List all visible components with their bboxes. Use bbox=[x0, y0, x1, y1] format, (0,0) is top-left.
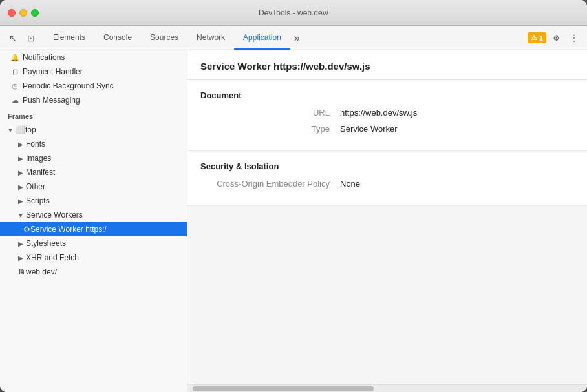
sidebar-item-notifications[interactable]: 🔔 Notifications bbox=[0, 50, 187, 65]
tree-item-service-workers[interactable]: ▼ Service Workers bbox=[0, 208, 187, 222]
overflow-icon: » bbox=[294, 32, 300, 44]
close-button[interactable] bbox=[8, 9, 16, 17]
layers-icon: ⊡ bbox=[27, 33, 35, 43]
window-title: DevTools - web.dev/ bbox=[259, 8, 328, 17]
type-row: Type Service Worker bbox=[200, 124, 574, 134]
tree-item-manifest[interactable]: ▶ Manifest bbox=[0, 165, 187, 180]
arrow-right-icon: ▶ bbox=[16, 153, 26, 163]
coep-value: None bbox=[340, 179, 360, 189]
clock-icon: ◷ bbox=[10, 82, 19, 90]
gear-icon: ⚙ bbox=[553, 34, 560, 43]
arrow-right-icon: ▶ bbox=[16, 238, 26, 249]
tree-item-webdev[interactable]: 🗎 web.dev/ bbox=[0, 265, 187, 279]
tree-item-fonts[interactable]: ▶ Fonts bbox=[0, 137, 187, 151]
type-label: Type bbox=[200, 124, 330, 134]
url-label: URL bbox=[200, 108, 330, 118]
coep-row: Cross-Origin Embedder Policy None bbox=[200, 179, 574, 189]
tab-icon-group: ↖ ⊡ bbox=[5, 26, 39, 50]
tabbar: ↖ ⊡ Elements Console Sources Network App… bbox=[0, 26, 587, 50]
titlebar: DevTools - web.dev/ bbox=[0, 0, 587, 26]
frames-section-header: Frames bbox=[0, 107, 187, 123]
tab-elements[interactable]: Elements bbox=[44, 26, 94, 50]
devtools-window: DevTools - web.dev/ ↖ ⊡ Elements Console… bbox=[0, 0, 587, 392]
content-hscrollbar[interactable] bbox=[187, 384, 587, 392]
security-section-title: Security & Isolation bbox=[200, 161, 574, 171]
main-area: 🔔 Notifications ⊟ Payment Handler ◷ Peri… bbox=[0, 50, 587, 392]
tree-item-stylesheets[interactable]: ▶ Stylesheets bbox=[0, 236, 187, 251]
coep-label: Cross-Origin Embedder Policy bbox=[200, 179, 330, 189]
sidebar-item-periodic-sync[interactable]: ◷ Periodic Background Sync bbox=[0, 79, 187, 93]
warning-badge[interactable]: ⚠ 1 bbox=[528, 32, 546, 43]
tree-item-images[interactable]: ▶ Images bbox=[0, 151, 187, 165]
traffic-lights bbox=[8, 9, 39, 17]
payment-icon: ⊟ bbox=[10, 68, 19, 76]
arrow-right-icon: ▶ bbox=[16, 167, 26, 178]
cursor-icon: ↖ bbox=[9, 33, 17, 43]
layers-icon-btn[interactable]: ⊡ bbox=[23, 30, 39, 46]
cloud-icon: ☁ bbox=[10, 96, 19, 105]
warning-count: 1 bbox=[539, 34, 543, 42]
tab-sources[interactable]: Sources bbox=[141, 26, 187, 50]
arrow-down-icon: ▼ bbox=[5, 125, 16, 135]
arrow-right-icon: ▶ bbox=[16, 181, 26, 192]
url-row: URL https://web.dev/sw.js bbox=[200, 108, 574, 118]
maximize-button[interactable] bbox=[31, 9, 39, 17]
url-value: https://web.dev/sw.js bbox=[340, 108, 417, 118]
tab-overflow-btn[interactable]: » bbox=[290, 26, 304, 50]
tree-item-top[interactable]: ▼ ⬜ top bbox=[0, 123, 187, 137]
sidebar-item-push-messaging[interactable]: ☁ Push Messaging bbox=[0, 93, 187, 107]
tree-item-scripts[interactable]: ▶ Scripts bbox=[0, 194, 187, 208]
gear-small-icon: ⚙ bbox=[23, 225, 30, 234]
arrow-right-icon: ▶ bbox=[16, 196, 26, 206]
arrow-down-icon: ▼ bbox=[16, 210, 26, 220]
content-hscroll-thumb[interactable] bbox=[193, 386, 374, 391]
more-btn[interactable]: ⋮ bbox=[566, 31, 582, 45]
tab-right-icons: ⚠ 1 ⚙ ⋮ bbox=[528, 26, 587, 50]
frame-icon: ⬜ bbox=[16, 125, 25, 134]
document-section: Document URL https://web.dev/sw.js Type … bbox=[187, 80, 587, 151]
arrow-right-icon: ▶ bbox=[16, 253, 26, 263]
document-section-title: Document bbox=[200, 90, 574, 100]
cursor-icon-btn[interactable]: ↖ bbox=[5, 30, 21, 46]
tab-console[interactable]: Console bbox=[94, 26, 141, 50]
doc-icon: 🗎 bbox=[18, 267, 26, 276]
tree-item-other[interactable]: ▶ Other bbox=[0, 180, 187, 194]
settings-btn[interactable]: ⚙ bbox=[549, 31, 564, 45]
type-value: Service Worker bbox=[340, 124, 398, 134]
content-bottom-area bbox=[187, 206, 587, 384]
sidebar-item-payment-handler[interactable]: ⊟ Payment Handler bbox=[0, 65, 187, 79]
content-panel: Service Worker https://web.dev/sw.js Doc… bbox=[187, 50, 587, 392]
minimize-button[interactable] bbox=[19, 9, 27, 17]
tab-network[interactable]: Network bbox=[187, 26, 234, 50]
tree-item-sw-selected[interactable]: ⚙ Service Worker https:/ bbox=[0, 222, 187, 236]
sidebar: 🔔 Notifications ⊟ Payment Handler ◷ Peri… bbox=[0, 50, 187, 392]
more-icon: ⋮ bbox=[570, 34, 578, 43]
warning-icon: ⚠ bbox=[531, 34, 537, 42]
tree-item-xhr[interactable]: ▶ XHR and Fetch bbox=[0, 251, 187, 265]
content-header: Service Worker https://web.dev/sw.js bbox=[187, 50, 587, 80]
arrow-right-icon: ▶ bbox=[16, 139, 26, 149]
bell-icon: 🔔 bbox=[10, 54, 19, 62]
security-section: Security & Isolation Cross-Origin Embedd… bbox=[187, 151, 587, 206]
tab-application[interactable]: Application bbox=[234, 26, 290, 50]
